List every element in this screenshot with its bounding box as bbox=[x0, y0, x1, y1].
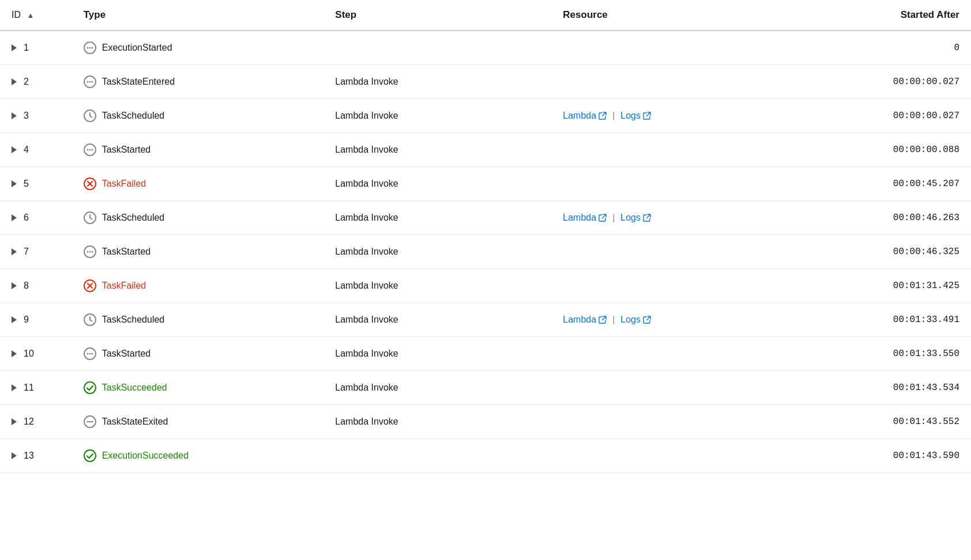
started-after-value: 00:00:45.207 bbox=[893, 179, 959, 189]
lambda-link[interactable]: Lambda bbox=[563, 213, 607, 223]
column-header-id[interactable]: ID ▲ bbox=[0, 0, 72, 31]
step-value: Lambda Invoke bbox=[335, 213, 398, 222]
resource-separator: | bbox=[612, 213, 615, 223]
column-header-type[interactable]: Type bbox=[72, 0, 324, 31]
step-value: Lambda Invoke bbox=[335, 247, 398, 256]
table-header-row: ID ▲ Type Step Resource Started After bbox=[0, 0, 971, 31]
type-label: TaskStateEntered bbox=[102, 77, 175, 87]
logs-link-text: Logs bbox=[620, 213, 641, 223]
cell-type: TaskSucceeded bbox=[72, 371, 324, 405]
expand-arrow-icon bbox=[12, 78, 17, 85]
lambda-link[interactable]: Lambda bbox=[563, 111, 607, 121]
row-expander[interactable] bbox=[12, 350, 20, 357]
cell-resource bbox=[551, 405, 803, 439]
cell-type: TaskFailed bbox=[72, 167, 324, 201]
row-expander[interactable] bbox=[12, 112, 20, 119]
expand-arrow-icon bbox=[12, 418, 17, 425]
expand-arrow-icon bbox=[12, 282, 17, 289]
events-table-container: ID ▲ Type Step Resource Started After bbox=[0, 0, 971, 560]
row-id-value: 10 bbox=[24, 349, 34, 359]
type-label: TaskStarted bbox=[102, 145, 150, 155]
logs-link[interactable]: Logs bbox=[620, 111, 651, 121]
circle-x-icon bbox=[84, 279, 96, 292]
cell-type: TaskStateEntered bbox=[72, 65, 324, 99]
lambda-link[interactable]: Lambda bbox=[563, 315, 607, 325]
table-row: 1 ExecutionStarted 0 bbox=[0, 31, 971, 65]
type-label: TaskStarted bbox=[102, 247, 150, 257]
type-label: TaskScheduled bbox=[102, 213, 165, 223]
cell-type: TaskScheduled bbox=[72, 201, 324, 235]
cell-started-after: 00:00:46.263 bbox=[803, 201, 971, 235]
cell-id: 2 bbox=[0, 65, 72, 99]
svg-point-34 bbox=[91, 353, 93, 355]
started-after-value: 00:01:43.552 bbox=[893, 417, 959, 427]
started-after-value: 00:01:33.550 bbox=[893, 349, 959, 359]
logs-link-text: Logs bbox=[620, 315, 641, 325]
started-after-value: 00:01:33.491 bbox=[893, 315, 959, 325]
row-expander[interactable] bbox=[12, 146, 20, 153]
svg-point-23 bbox=[89, 251, 91, 253]
logs-link[interactable]: Logs bbox=[620, 213, 651, 223]
expand-arrow-icon bbox=[12, 248, 17, 255]
row-expander[interactable] bbox=[12, 418, 20, 425]
step-value: Lambda Invoke bbox=[335, 349, 398, 358]
cell-resource bbox=[551, 235, 803, 269]
step-value: Lambda Invoke bbox=[335, 179, 398, 188]
cell-id: 4 bbox=[0, 133, 72, 167]
step-value: Lambda Invoke bbox=[335, 77, 398, 86]
row-expander[interactable] bbox=[12, 248, 20, 255]
expand-arrow-icon bbox=[12, 452, 17, 459]
row-expander[interactable] bbox=[12, 316, 20, 323]
row-expander[interactable] bbox=[12, 452, 20, 459]
row-expander[interactable] bbox=[12, 180, 20, 187]
row-id-value: 4 bbox=[24, 145, 29, 155]
started-after-value: 00:00:46.263 bbox=[893, 213, 959, 223]
column-header-step[interactable]: Step bbox=[323, 0, 551, 31]
logs-link[interactable]: Logs bbox=[620, 315, 651, 325]
cell-type: TaskStarted bbox=[72, 133, 324, 167]
svg-line-10 bbox=[90, 116, 92, 118]
svg-point-32 bbox=[86, 353, 88, 355]
circle-dot-icon bbox=[84, 41, 96, 54]
cell-id: 6 bbox=[0, 201, 72, 235]
row-expander[interactable] bbox=[12, 78, 20, 85]
row-id-value: 8 bbox=[24, 281, 29, 291]
row-expander[interactable] bbox=[12, 282, 20, 289]
circle-check-icon bbox=[84, 381, 96, 394]
column-header-resource[interactable]: Resource bbox=[551, 0, 803, 31]
svg-point-38 bbox=[84, 450, 96, 461]
table-row: 9 TaskScheduled Lambda Invoke Lambda | L… bbox=[0, 303, 971, 337]
cell-resource: Lambda | Logs bbox=[551, 99, 803, 133]
resource-separator: | bbox=[612, 111, 615, 121]
svg-point-6 bbox=[89, 81, 91, 83]
started-after-value: 0 bbox=[954, 43, 959, 53]
row-expander[interactable] bbox=[12, 214, 20, 221]
step-value: Lambda Invoke bbox=[335, 111, 398, 120]
type-label: TaskStateExited bbox=[102, 417, 168, 427]
table-row: 2 TaskStateEntered Lambda Invoke00:00:00… bbox=[0, 65, 971, 99]
circle-dot-icon bbox=[84, 143, 96, 156]
cell-type: ExecutionSucceeded bbox=[72, 439, 324, 473]
table-row: 6 TaskScheduled Lambda Invoke Lambda | L… bbox=[0, 201, 971, 235]
svg-line-20 bbox=[90, 218, 92, 220]
expand-arrow-icon bbox=[12, 180, 17, 187]
row-expander[interactable] bbox=[12, 384, 20, 391]
row-id-value: 12 bbox=[24, 417, 34, 427]
cell-resource bbox=[551, 65, 803, 99]
external-link-icon bbox=[599, 214, 607, 222]
cell-started-after: 00:01:43.552 bbox=[803, 405, 971, 439]
cell-id: 7 bbox=[0, 235, 72, 269]
row-id-value: 5 bbox=[24, 179, 29, 189]
cell-step: Lambda Invoke bbox=[323, 167, 551, 201]
cell-id: 5 bbox=[0, 167, 72, 201]
step-value: Lambda Invoke bbox=[335, 315, 398, 324]
cell-step: Lambda Invoke bbox=[323, 269, 551, 303]
circle-x-icon bbox=[84, 177, 96, 190]
svg-point-24 bbox=[91, 251, 93, 253]
cell-id: 10 bbox=[0, 337, 72, 371]
table-row: 10 TaskStarted Lambda Invoke00:01:33.550 bbox=[0, 337, 971, 371]
column-header-started-after[interactable]: Started After bbox=[803, 0, 971, 31]
step-value: Lambda Invoke bbox=[335, 417, 398, 426]
cell-id: 1 bbox=[0, 31, 72, 65]
row-expander[interactable] bbox=[12, 44, 20, 51]
